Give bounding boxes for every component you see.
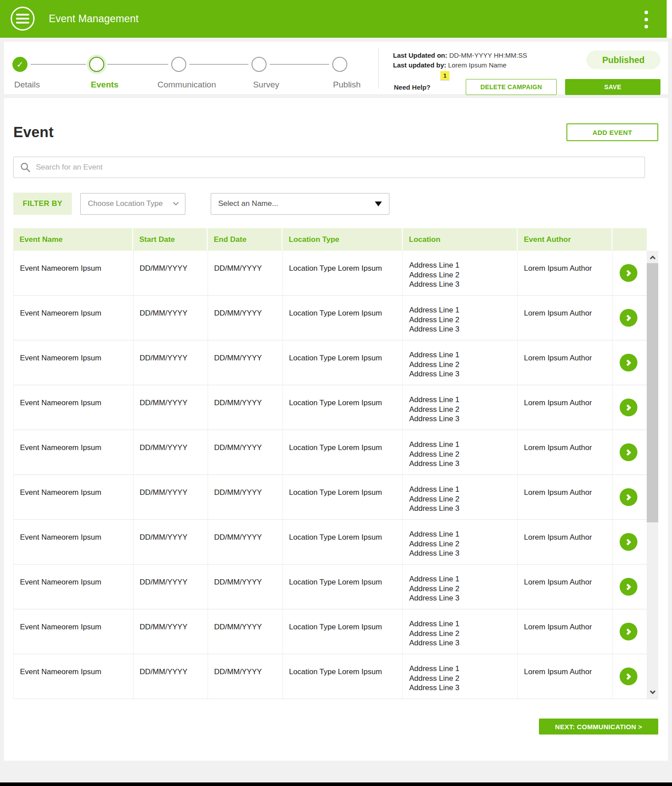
- app-title: Event Management: [49, 0, 139, 38]
- cell-actions: [613, 654, 647, 699]
- table-row: Event Nameorem Ipsum DD/MM/YYYY DD/MM/YY…: [14, 340, 647, 385]
- table-scrollbar[interactable]: [647, 251, 658, 699]
- cell-event-author: Lorem Ipsum Author: [518, 565, 613, 609]
- cell-location-type: Location Type Lorem Ipsum: [283, 654, 403, 699]
- need-help-link[interactable]: Need Help?: [394, 83, 431, 91]
- row-detail-button[interactable]: [620, 488, 637, 506]
- event-list-card: Event ADD EVENT FILTER BY Choose Locatio…: [4, 98, 668, 761]
- step-publish-circle[interactable]: [332, 57, 347, 72]
- cell-location-type: Location Type Lorem Ipsum: [283, 520, 403, 564]
- check-icon: ✓: [16, 59, 24, 70]
- cell-actions: [613, 609, 647, 654]
- bottom-bar: [0, 782, 672, 786]
- cell-event-author: Lorem Ipsum Author: [518, 385, 613, 430]
- cell-location-type: Location Type Lorem Ipsum: [283, 251, 403, 295]
- cell-event-name: Event Nameorem Ipsum: [14, 475, 134, 519]
- event-search-box[interactable]: [13, 157, 645, 178]
- chevron-down-icon: [173, 200, 179, 205]
- cell-location: Address Line 1Address Line 2Address Line…: [403, 385, 518, 430]
- chevron-down-icon: [650, 688, 656, 694]
- cell-location: Address Line 1Address Line 2Address Line…: [403, 520, 518, 564]
- step-label-details[interactable]: Details: [14, 80, 40, 90]
- hamburger-menu-icon[interactable]: [11, 7, 35, 31]
- scroll-up-button[interactable]: [647, 251, 658, 263]
- cell-start-date: DD/MM/YYYY: [134, 565, 208, 609]
- cell-start-date: DD/MM/YYYY: [134, 340, 208, 385]
- cell-event-name: Event Nameorem Ipsum: [14, 296, 134, 340]
- cell-event-name: Event Nameorem Ipsum: [14, 340, 134, 385]
- step-survey-circle[interactable]: [252, 57, 267, 72]
- step-label-communication[interactable]: Communication: [157, 80, 216, 90]
- last-updated-block: Last Updated on: DD-MM-YYYY HH:MM:SS Las…: [393, 51, 527, 70]
- name-dropdown[interactable]: Select an Name...: [211, 193, 389, 215]
- location-type-dropdown-value: Choose Location Type: [88, 199, 163, 208]
- cell-start-date: DD/MM/YYYY: [134, 251, 208, 295]
- cell-event-name: Event Nameorem Ipsum: [14, 251, 134, 295]
- cell-event-author: Lorem Ipsum Author: [518, 654, 613, 699]
- row-detail-button[interactable]: [620, 309, 637, 327]
- kebab-menu-icon[interactable]: [643, 9, 650, 30]
- row-detail-button[interactable]: [620, 264, 637, 282]
- row-detail-button[interactable]: [620, 399, 637, 416]
- filter-row: FILTER BY Choose Location Type Select an…: [13, 193, 658, 215]
- col-header-event-name: Event Name: [13, 228, 133, 251]
- step-label-publish[interactable]: Publish: [333, 80, 361, 90]
- cell-location-type: Location Type Lorem Ipsum: [283, 296, 403, 340]
- cell-end-date: DD/MM/YYYY: [208, 385, 283, 430]
- cell-start-date: DD/MM/YYYY: [134, 475, 208, 519]
- cell-actions: [613, 565, 647, 609]
- table-header-row: Event Name Start Date End Date Location …: [13, 228, 647, 251]
- cell-actions: [613, 385, 647, 430]
- cell-location: Address Line 1Address Line 2Address Line…: [403, 475, 518, 519]
- step-communication-circle[interactable]: [171, 57, 186, 72]
- row-detail-button[interactable]: [620, 623, 637, 640]
- table-row: Event Nameorem Ipsum DD/MM/YYYY DD/MM/YY…: [14, 654, 647, 699]
- add-event-button[interactable]: ADD EVENT: [566, 123, 658, 141]
- table-row: Event Nameorem Ipsum DD/MM/YYYY DD/MM/YY…: [14, 296, 647, 340]
- cell-location-type: Location Type Lorem Ipsum: [283, 340, 403, 385]
- last-updated-on-label: Last Updated on:: [393, 51, 448, 59]
- col-header-event-author: Event Author: [518, 228, 613, 251]
- search-input[interactable]: [36, 163, 638, 172]
- cell-event-name: Event Nameorem Ipsum: [14, 430, 134, 474]
- cell-location-type: Location Type Lorem Ipsum: [283, 609, 403, 654]
- cell-location: Address Line 1Address Line 2Address Line…: [403, 296, 518, 340]
- last-updated-by-line: Last updated by: Lorem Ipsum Name: [393, 60, 527, 70]
- page-scrollbar-gutter: [667, 0, 672, 38]
- scroll-down-button[interactable]: [647, 686, 658, 699]
- next-communication-button[interactable]: NEXT: COMMUNICATION >: [539, 719, 658, 735]
- step-events-circle[interactable]: [89, 57, 104, 72]
- cell-start-date: DD/MM/YYYY: [134, 520, 208, 564]
- step-label-survey[interactable]: Survey: [253, 80, 279, 90]
- cell-event-author: Lorem Ipsum Author: [518, 251, 613, 295]
- row-detail-button[interactable]: [620, 354, 637, 371]
- cell-start-date: DD/MM/YYYY: [134, 430, 208, 474]
- last-updated-by-value: Lorem Ipsum Name: [448, 61, 507, 69]
- cell-end-date: DD/MM/YYYY: [208, 565, 283, 609]
- page-title: Event: [13, 124, 54, 141]
- cell-end-date: DD/MM/YYYY: [208, 251, 283, 295]
- step-label-events[interactable]: Events: [91, 80, 118, 90]
- chevron-right-icon: [624, 269, 631, 276]
- row-detail-button[interactable]: [620, 533, 637, 551]
- scrollbar-thumb[interactable]: [647, 263, 658, 522]
- step-connector: [189, 64, 248, 65]
- row-detail-button[interactable]: [620, 443, 637, 461]
- step-details-circle[interactable]: ✓: [12, 57, 28, 72]
- cell-location: Address Line 1Address Line 2Address Line…: [403, 609, 518, 654]
- chevron-right-icon: [624, 494, 631, 501]
- last-updated-on-value: DD-MM-YYYY HH:MM:SS: [449, 51, 527, 59]
- cell-end-date: DD/MM/YYYY: [208, 296, 283, 340]
- cell-location: Address Line 1Address Line 2Address Line…: [403, 565, 518, 609]
- cell-location: Address Line 1Address Line 2Address Line…: [403, 340, 518, 385]
- chevron-right-icon: [624, 359, 631, 366]
- cell-end-date: DD/MM/YYYY: [208, 520, 283, 564]
- cell-actions: [613, 430, 647, 474]
- delete-campaign-button[interactable]: DELETE CAMPAIGN: [466, 79, 557, 95]
- row-detail-button[interactable]: [620, 578, 637, 596]
- help-count-badge: 1: [440, 71, 449, 80]
- next-row: NEXT: COMMUNICATION >: [13, 719, 658, 735]
- save-button[interactable]: SAVE: [565, 79, 660, 95]
- row-detail-button[interactable]: [620, 668, 637, 685]
- location-type-dropdown[interactable]: Choose Location Type: [80, 193, 185, 215]
